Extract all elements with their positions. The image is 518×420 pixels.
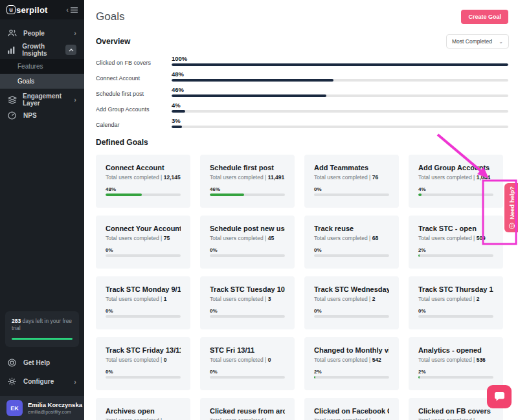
- goal-card[interactable]: Track STC Monday 9/11 ... Total users co…: [96, 276, 190, 329]
- goal-card[interactable]: Archives open Total users completed |: [96, 398, 190, 420]
- goal-total-value: 45: [268, 235, 274, 241]
- goal-card-subtitle: Total users completed | 75: [106, 235, 181, 241]
- goal-total-label: Total users completed: [314, 174, 368, 181]
- goal-card[interactable]: STC Fri 13/11 Total users completed | 0 …: [200, 337, 295, 390]
- goal-card-meter: 2%: [418, 247, 493, 257]
- goal-card-subtitle: Total users completed | 1,044: [418, 174, 493, 181]
- goal-card-title: Track STC Tuesday 10/1...: [210, 285, 285, 293]
- goal-card-pct: 0%: [106, 247, 181, 253]
- sort-dropdown[interactable]: Most Completed ⌄: [446, 34, 509, 49]
- bar-chart-icon: [8, 46, 16, 54]
- chart-bar-wrap: 3%: [172, 117, 508, 128]
- goal-card-subtitle: Total users completed | 2: [418, 296, 493, 302]
- sidebar-item-features[interactable]: Features: [0, 59, 84, 74]
- goal-card-fill: [418, 193, 422, 196]
- goal-card-title: Track STC Wednesday 1...: [314, 285, 389, 293]
- goal-card[interactable]: Analytics - opened Total users completed…: [409, 337, 503, 390]
- goal-card-meter: 2%: [314, 369, 389, 379]
- goal-total-label: Total users completed: [210, 357, 264, 363]
- sidebar-nav: People › Growth Insights Features Goals: [0, 25, 84, 123]
- goal-card-meter: 0%: [314, 186, 389, 196]
- goal-card-track: [314, 376, 389, 379]
- goal-card[interactable]: Track STC Thursday 12/... Total users co…: [409, 276, 503, 329]
- sidebar-item-goals[interactable]: Goals: [0, 74, 84, 89]
- goal-separator: |: [369, 357, 370, 363]
- goal-separator: |: [161, 417, 162, 420]
- goal-card-pct: 0%: [106, 308, 181, 314]
- goal-card-pct: 2%: [418, 247, 493, 253]
- chart-row-fill: [172, 126, 182, 128]
- goal-total-label: Total users completed: [210, 417, 264, 420]
- goal-card-pct: 46%: [210, 186, 285, 192]
- avatar: EK: [6, 400, 23, 416]
- sidebar-item-people[interactable]: People ›: [0, 25, 84, 41]
- goal-card[interactable]: Track STC Wednesday 1... Total users com…: [304, 276, 399, 329]
- sidebar-item-nps[interactable]: NPS: [0, 107, 84, 123]
- goal-card-subtitle: Total users completed | 3: [210, 296, 285, 302]
- goal-card-track: [210, 315, 285, 318]
- sidebar-item-growth-insights[interactable]: Growth Insights: [0, 41, 84, 59]
- goal-card-track: [210, 193, 285, 196]
- chart-bar-wrap: 100%: [172, 55, 508, 66]
- goal-card[interactable]: Track STC - open Total users completed |…: [409, 216, 503, 269]
- goal-card[interactable]: Track STC Friday 13/11 ... Total users c…: [96, 337, 190, 390]
- goal-card[interactable]: Schedule first post Total users complete…: [200, 155, 295, 208]
- chevron-left-icon: ‹: [66, 6, 69, 14]
- logo-bar: u serpilot ‹: [0, 0, 84, 19]
- trial-days: 283: [12, 318, 21, 324]
- sidebar: u serpilot ‹ People ›: [0, 0, 84, 420]
- goal-total-label: Total users completed: [418, 357, 472, 363]
- goal-card[interactable]: Clicked on Facebook Cov... Total users c…: [304, 398, 399, 420]
- goal-card-track: [106, 193, 181, 196]
- goal-card[interactable]: Add Teammates Total users completed | 76…: [304, 155, 399, 208]
- goal-cards-grid: Connect Account Total users completed | …: [96, 155, 503, 420]
- user-email: emilia@postfity.com: [28, 409, 82, 415]
- goal-card-pct: 4%: [418, 186, 493, 192]
- goal-card-title: Track STC Thursday 12/...: [418, 285, 493, 293]
- goal-card[interactable]: Changed to Monthly view Total users comp…: [304, 337, 399, 390]
- configure-label: Configure: [23, 378, 54, 385]
- chart-row-track: [172, 94, 508, 97]
- sidebar-item-engagement-layer[interactable]: Engagement Layer ›: [0, 92, 84, 107]
- goal-card[interactable]: Add Group Accounts Total users completed…: [409, 155, 503, 208]
- goal-total-label: Total users completed: [106, 417, 159, 420]
- goal-separator: |: [473, 235, 475, 241]
- goal-card-track: [418, 376, 493, 379]
- goal-card[interactable]: Track reuse Total users completed | 68 0…: [304, 216, 399, 269]
- goal-total-value: 2: [477, 296, 480, 302]
- collapse-section-button[interactable]: [65, 45, 76, 55]
- goal-card-title: Changed to Monthly view: [314, 346, 389, 354]
- get-help-button[interactable]: Get Help: [0, 355, 84, 371]
- goal-separator: |: [369, 235, 370, 241]
- goal-total-label: Total users completed: [314, 235, 368, 241]
- overview-chart-row: Clicked on FB covers 100%: [96, 55, 508, 66]
- goal-card[interactable]: Connect Account Total users completed | …: [96, 155, 190, 208]
- goal-total-label: Total users completed: [210, 296, 264, 302]
- goal-card-title: Connect Your Accounts N...: [106, 225, 181, 232]
- goal-total-value: 0: [268, 357, 271, 363]
- chat-launcher-button[interactable]: [487, 385, 512, 408]
- chart-row-value: 4%: [172, 102, 508, 109]
- sidebar-item-label: NPS: [23, 112, 37, 119]
- goal-separator: |: [265, 417, 266, 420]
- people-icon: [8, 29, 17, 37]
- goal-card[interactable]: Schedule post new users Total users comp…: [200, 216, 295, 269]
- goal-total-value: 3: [268, 296, 271, 302]
- goal-card-pct: 48%: [106, 186, 181, 192]
- goal-separator: |: [473, 174, 475, 181]
- goal-card[interactable]: Connect Your Accounts N... Total users c…: [96, 216, 190, 269]
- goal-card[interactable]: Track STC Tuesday 10/1... Total users co…: [200, 276, 295, 329]
- goal-card[interactable]: Clicked reuse from archi... Total users …: [200, 398, 295, 420]
- user-menu[interactable]: EK Emilia Korczynska emilia@postfity.com…: [0, 396, 84, 420]
- goal-card-meter: 0%: [106, 308, 181, 318]
- sort-dropdown-value: Most Completed: [452, 38, 492, 45]
- goal-card-fill: [314, 376, 315, 379]
- goal-separator: |: [473, 417, 475, 420]
- page-title: Goals: [96, 10, 124, 23]
- goal-card-title: Schedule first post: [210, 164, 285, 171]
- create-goal-button[interactable]: Create Goal: [461, 10, 508, 24]
- configure-button[interactable]: Configure ›: [0, 373, 84, 390]
- sidebar-collapse-button[interactable]: ‹: [66, 6, 78, 14]
- need-help-tab[interactable]: Need help?: [504, 183, 518, 232]
- goal-card-track: [314, 254, 389, 257]
